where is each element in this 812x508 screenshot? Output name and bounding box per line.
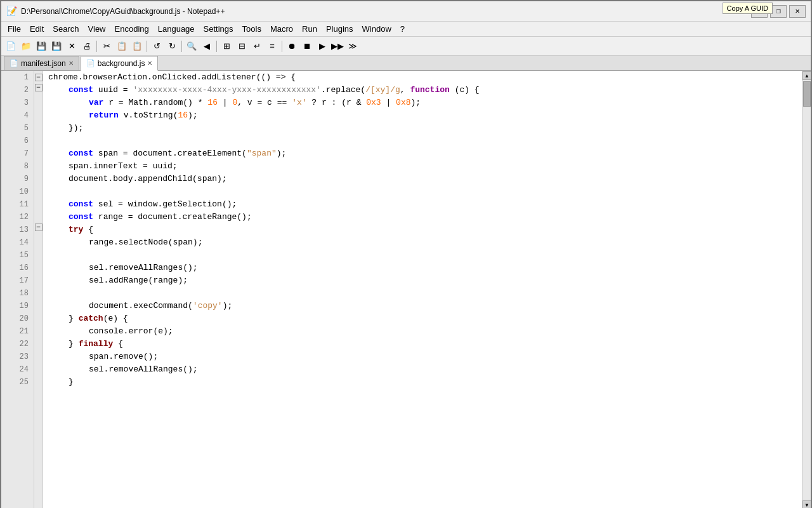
macro-rec-button[interactable]: ⏺ xyxy=(285,39,299,53)
scroll-thumb[interactable] xyxy=(803,81,811,107)
findprev-button[interactable]: ◀ xyxy=(200,39,214,53)
menu-bar: File Edit Search View Encoding Language … xyxy=(1,22,811,37)
code-line-18 xyxy=(43,287,802,300)
menu-language[interactable]: Language xyxy=(154,23,199,35)
code-line-11: const sel = window.getSelection(); xyxy=(43,198,802,211)
code-line-25: } xyxy=(43,376,802,389)
fold-25 xyxy=(34,373,43,386)
linenum-20: 20 xyxy=(1,312,34,325)
tab-background-icon: 📄 xyxy=(86,59,95,67)
menu-window[interactable]: Window xyxy=(358,23,395,35)
linenum-17: 17 xyxy=(1,274,34,287)
menu-run[interactable]: Run xyxy=(298,23,321,35)
paste-button[interactable]: 📋 xyxy=(130,39,144,53)
wordwrap-button[interactable]: ↵ xyxy=(250,39,264,53)
fold-2[interactable]: − xyxy=(35,84,43,91)
macro-stop-button[interactable]: ⏹ xyxy=(300,39,314,53)
scroll-down-button[interactable]: ▼ xyxy=(802,500,811,508)
code-line-9: document.body.appendChild(span); xyxy=(43,173,802,185)
cut-button[interactable]: ✂ xyxy=(100,39,114,53)
linenum-7: 7 xyxy=(1,147,34,160)
code-line-5: }); xyxy=(43,122,802,135)
save-all-button[interactable]: 💾 xyxy=(49,39,63,53)
macro-run-button[interactable]: ▶▶ xyxy=(331,39,344,53)
sep2 xyxy=(147,41,147,52)
line-numbers: 1 2 3 4 5 6 7 8 9 10 11 12 13 14 15 16 1… xyxy=(1,71,34,508)
copy-guid-tooltip: Copy A GUID xyxy=(723,3,773,14)
zoomout-button[interactable]: ⊟ xyxy=(235,39,249,53)
app-icon: 📝 xyxy=(6,6,17,17)
tab-manifest-close[interactable]: ✕ xyxy=(69,60,74,67)
code-line-23: span.remove(); xyxy=(43,351,802,363)
linenum-5: 5 xyxy=(1,122,34,135)
linenum-16: 16 xyxy=(1,262,34,274)
code-line-4: return v.toString(16); xyxy=(43,109,802,122)
save-button[interactable]: 💾 xyxy=(34,39,48,53)
find-button[interactable]: 🔍 xyxy=(185,39,199,53)
fold-5 xyxy=(34,119,43,132)
menu-view[interactable]: View xyxy=(84,23,110,35)
menu-settings[interactable]: Settings xyxy=(200,23,237,35)
fold-10 xyxy=(34,183,43,196)
code-line-6 xyxy=(43,135,802,147)
fold-15 xyxy=(34,246,43,259)
toolbar-extra[interactable]: ≫ xyxy=(346,39,360,53)
undo-button[interactable]: ↺ xyxy=(150,39,164,53)
redo-button[interactable]: ↻ xyxy=(165,39,179,53)
scroll-up-button[interactable]: ▲ xyxy=(802,71,811,80)
scroll-track[interactable] xyxy=(802,80,811,500)
fold-18 xyxy=(34,284,43,297)
menu-encoding[interactable]: Encoding xyxy=(111,23,153,35)
close-button[interactable]: ✕ xyxy=(789,5,806,18)
menu-plugins[interactable]: Plugins xyxy=(322,23,357,35)
indent-button[interactable]: ≡ xyxy=(265,39,279,53)
fold-21 xyxy=(34,323,43,335)
open-button[interactable]: 📁 xyxy=(19,39,33,53)
fold-20 xyxy=(34,310,43,323)
fold-3 xyxy=(34,94,43,107)
fold-13[interactable]: − xyxy=(35,224,43,231)
vertical-scrollbar[interactable]: ▲ ▼ xyxy=(802,71,811,508)
notepad-window: 📝 D:\Personal\Chrome\CopyAGuid\backgroun… xyxy=(0,0,812,508)
fold-17 xyxy=(34,272,43,284)
menu-edit[interactable]: Edit xyxy=(26,23,48,35)
fold-1[interactable]: − xyxy=(35,74,43,81)
tab-background-label: background.js xyxy=(98,59,145,68)
tab-manifest-icon: 📄 xyxy=(10,59,18,67)
zoomin-button[interactable]: ⊞ xyxy=(219,39,233,53)
linenum-10: 10 xyxy=(1,185,34,198)
code-line-2: const uuid = 'xxxxxxxx-xxxx-4xxx-yxxx-xx… xyxy=(43,84,802,97)
linenum-14: 14 xyxy=(1,236,34,249)
fold-7 xyxy=(34,145,43,157)
new-button[interactable]: 📄 xyxy=(4,39,18,53)
copy-button[interactable]: 📋 xyxy=(115,39,129,53)
code-line-16: sel.removeAllRanges(); xyxy=(43,262,802,274)
menu-macro[interactable]: Macro xyxy=(266,23,297,35)
fold-9 xyxy=(34,170,43,183)
linenum-21: 21 xyxy=(1,325,34,338)
fold-8 xyxy=(34,157,43,170)
tab-background[interactable]: 📄 background.js ✕ xyxy=(81,56,159,71)
code-line-7: const span = document.createElement("spa… xyxy=(43,147,802,160)
macro-play-button[interactable]: ▶ xyxy=(315,39,329,53)
main-window: ← → ↻ 2c-4023-8f43-8927793a79ce?hl=en ☆ … xyxy=(0,0,812,508)
menu-help[interactable]: ? xyxy=(396,23,409,35)
title-bar-text: D:\Personal\Chrome\CopyAGuid\background.… xyxy=(21,7,751,16)
menu-file[interactable]: File xyxy=(4,23,25,35)
tab-background-close[interactable]: ✕ xyxy=(147,60,152,67)
sep5 xyxy=(282,41,282,52)
menu-tools[interactable]: Tools xyxy=(239,23,265,35)
close-button2[interactable]: ✕ xyxy=(65,39,79,53)
menu-search[interactable]: Search xyxy=(49,23,82,35)
code-line-8: span.innerText = uuid; xyxy=(43,160,802,173)
fold-12 xyxy=(34,208,43,221)
linenum-23: 23 xyxy=(1,351,34,363)
print-button[interactable]: 🖨 xyxy=(80,39,94,53)
linenum-25: 25 xyxy=(1,376,34,389)
fold-column: − − − xyxy=(34,71,43,508)
code-area[interactable]: chrome.browserAction.onClicked.addListen… xyxy=(43,71,802,508)
tab-manifest[interactable]: 📄 manifest.json ✕ xyxy=(4,56,79,70)
tab-bar: 📄 manifest.json ✕ 📄 background.js ✕ xyxy=(1,56,811,71)
linenum-18: 18 xyxy=(1,287,34,300)
linenum-8: 8 xyxy=(1,160,34,173)
